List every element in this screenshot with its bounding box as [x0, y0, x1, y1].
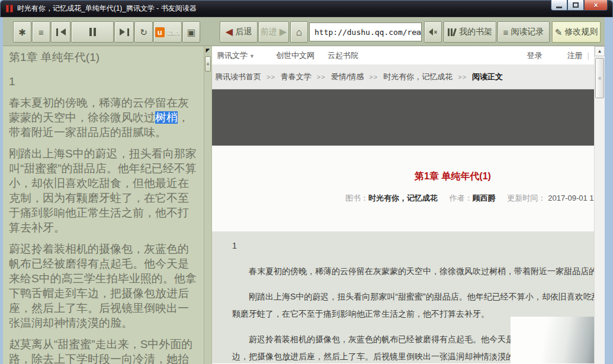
- window-controls: ×: [551, 0, 608, 11]
- list-icon: ≡: [503, 27, 509, 37]
- edit-rules-button[interactable]: ✎ 修改规则: [552, 21, 601, 43]
- reader-paragraph: 春末夏初的傍晚，稀薄的云停留在灰蒙蒙的天空中，徐徐微风吹过树梢，带着附近一家甜品…: [9, 95, 198, 140]
- author-name: 顾西爵: [473, 194, 496, 202]
- book-name: 时光有你，记忆成花: [368, 194, 438, 202]
- nav-separator: |: [588, 51, 589, 60]
- menu-button[interactable]: ≡: [32, 21, 50, 43]
- close-button[interactable]: ×: [584, 0, 608, 11]
- nav-brand-menu[interactable]: 腾讯文学▼: [217, 50, 255, 61]
- screen-icon: ▣: [187, 28, 195, 37]
- mute-speaker-icon: [429, 28, 433, 36]
- menu-icon: ≡: [38, 28, 44, 37]
- article-title: 第1章 单纯年代(1): [415, 170, 491, 183]
- refresh-icon: ↻: [140, 28, 147, 37]
- text-selection: 树梢: [155, 111, 178, 124]
- article-line: 1: [232, 237, 594, 255]
- maximize-icon: [573, 2, 579, 8]
- breadcrumb: 腾讯读书首页>>青春文学>>爱情/情感>>时光有你，记忆成花>>阅读正文: [212, 65, 594, 89]
- reader-text: 1春末夏初的傍晚，稀薄的云停留在灰蒙蒙的天空中，徐徐微风吹过树梢，带着附近一家甜…: [9, 74, 198, 364]
- minimize-icon: [556, 7, 562, 8]
- reading-history-button[interactable]: ≡ 阅读记录: [498, 21, 550, 43]
- site-nav: 腾讯文学▼ 创世中文网 云起书院 登录 注册 |: [212, 46, 594, 65]
- mute-button[interactable]: ×: [424, 21, 442, 43]
- pencil-icon: ✎: [555, 28, 563, 37]
- url-chevron-icon[interactable]: ›: [415, 28, 419, 37]
- pause-icon: [89, 28, 96, 36]
- browser-scrollbar[interactable]: ▲ ≡: [594, 46, 605, 364]
- utan-logo-icon: u: [155, 27, 165, 37]
- nav-login-link[interactable]: 登录: [527, 50, 543, 61]
- breadcrumb-item[interactable]: 时光有你，记忆成花: [383, 72, 452, 82]
- breadcrumb-item[interactable]: 腾讯读书首页: [215, 72, 261, 82]
- article-body: 1 春末夏初的傍晚，稀薄的云停留在灰蒙蒙的天空中，徐徐微风吹过树梢，带着附近一家…: [212, 231, 594, 363]
- bookshelf-button[interactable]: 我的书架: [444, 21, 496, 43]
- breadcrumb-item[interactable]: 青春文学: [281, 72, 312, 82]
- breadcrumb-item: 阅读正文: [472, 72, 503, 82]
- splitter-collapse-icon[interactable]: ◤: [204, 47, 211, 53]
- scrollbar-grip: ≡: [598, 75, 601, 81]
- reader-chapter-heading: 第1章 单纯年代(1): [9, 50, 198, 65]
- splitter-grip[interactable]: ≡: [205, 56, 211, 72]
- breadcrumb-separator: >>: [458, 73, 467, 80]
- skip-next-icon: [120, 28, 125, 36]
- browser-pane: 腾讯文学▼ 创世中文网 云起书院 登录 注册 | 腾讯读书首页>>青春文学>>爱…: [212, 46, 594, 364]
- minimize-button[interactable]: [551, 0, 567, 11]
- reader-paragraph: 赵莫离从“甜蜜蜜”走出来，S中外面的路，除去上下学时段一向冷清，她抬眼就能看到，…: [9, 337, 198, 364]
- back-arrow-icon: ◀: [226, 27, 233, 37]
- home-icon: ⌂: [296, 27, 302, 37]
- scrollbar-thumb[interactable]: ≡: [595, 58, 604, 98]
- gear-icon: ✱: [18, 28, 26, 37]
- breadcrumb-separator: >>: [317, 73, 326, 80]
- forward-arrow-icon: ▶: [280, 27, 287, 37]
- reader-paragraph: 刚踏出上海S中的蔚迟，扭头看向那家叫“甜蜜蜜”的甜品店。他年纪已经不算小，却依旧…: [9, 146, 198, 235]
- page-banner: [212, 89, 594, 146]
- url-input[interactable]: http://dushu.qq.com/read.ht ›: [309, 22, 422, 41]
- floating-overlay: [511, 317, 594, 363]
- home-button[interactable]: ⌂: [290, 21, 308, 43]
- toolbar: ✱ ≡ ↻ utan ▣ ◀ 后退 前进 ▶ ⌂ http://dushu.qq…: [3, 17, 605, 46]
- update-time: 2017-09-01 11:02:3: [548, 194, 594, 202]
- breadcrumb-separator: >>: [267, 73, 275, 80]
- nav-register-link[interactable]: 注册: [567, 50, 583, 61]
- window-title: 时光有你，记忆成花_单纯年代(1)_腾讯文学 - 书友阅读器: [17, 4, 197, 14]
- title-bar: 时光有你，记忆成花_单纯年代(1)_腾讯文学 - 书友阅读器: [0, 0, 613, 17]
- nav-link-yunqi[interactable]: 云起书院: [328, 50, 358, 61]
- back-button[interactable]: ◀ 后退: [220, 21, 258, 43]
- article-header: 第1章 单纯年代(1) 图书：时光有你，记忆成花 作者：顾西爵 更新时间：201…: [212, 146, 594, 231]
- reader-pane: 第1章 单纯年代(1) 1春末夏初的傍晚，稀薄的云停留在灰蒙蒙的天空中，徐徐微风…: [3, 46, 204, 364]
- article-line: 刚踏出上海S中的蔚迟，扭头看向那家叫“甜蜜蜜”的甜品店。他年纪已经不算小，却依旧…: [232, 288, 594, 305]
- article-meta: 图书：时光有你，记忆成花 作者：顾西爵 更新时间：2017-09-01 11:0…: [345, 193, 594, 204]
- pause-button[interactable]: [71, 21, 114, 43]
- app-book-icon: [6, 5, 13, 12]
- utan-logo-button[interactable]: utan: [153, 21, 182, 43]
- chevron-down-icon: ▼: [249, 53, 255, 59]
- bookshelf-icon: [448, 28, 455, 36]
- scroll-up-button[interactable]: ▲: [595, 46, 605, 56]
- forward-button[interactable]: 前进 ▶: [258, 21, 289, 43]
- maximize-button[interactable]: [567, 0, 584, 11]
- breadcrumb-separator: >>: [369, 73, 378, 80]
- close-icon: ×: [593, 1, 598, 9]
- reader-paragraph: 1: [9, 74, 198, 89]
- skip-previous-button[interactable]: [51, 21, 70, 43]
- pane-splitter[interactable]: ◤ ≡: [204, 46, 212, 364]
- nav-link-chuangshi[interactable]: 创世中文网: [276, 50, 314, 61]
- reader-paragraph: 蔚迟拎着装相机的摄像包，灰蓝色的帆布已经被磨得有点起毛。他今天是来给S中的高三学…: [9, 241, 198, 330]
- skip-next-button[interactable]: [114, 21, 134, 43]
- screen-mode-button[interactable]: ▣: [182, 21, 200, 43]
- refresh-button[interactable]: ↻: [134, 21, 153, 43]
- article-line: 春末夏初的傍晚，稀薄的云停留在灰蒙蒙的天空中，徐徐微风吹过树梢，带着附近一家甜品…: [232, 263, 594, 280]
- scroll-up-icon: ▲: [598, 49, 602, 54]
- breadcrumb-item[interactable]: 爱情/情感: [331, 72, 364, 82]
- skip-previous-icon: [56, 28, 58, 36]
- settings-button[interactable]: ✱: [13, 21, 31, 43]
